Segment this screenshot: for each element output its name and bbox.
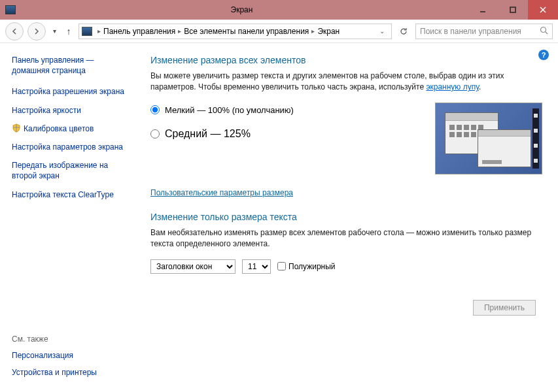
font-size-dropdown[interactable]: 11 — [242, 259, 271, 274]
toolbar: ▾ ↑ ▸ Панель управления ▸ Все элементы п… — [0, 20, 558, 43]
app-icon — [5, 5, 16, 14]
breadcrumb[interactable]: ▸ Панель управления ▸ Все элементы панел… — [78, 24, 392, 39]
location-icon — [82, 27, 92, 36]
close-button[interactable] — [528, 0, 558, 20]
window-title: Экран — [16, 5, 468, 14]
svg-point-4 — [541, 27, 546, 32]
search-placeholder: Поиск в панели управления — [420, 27, 521, 36]
forward-button[interactable] — [27, 22, 46, 41]
sidebar-item-cleartype[interactable]: Настройка текста ClearType — [12, 189, 114, 200]
arrow-right-icon — [33, 27, 41, 35]
minimize-icon — [479, 6, 487, 14]
sidebar-item-brightness[interactable]: Настройка яркости — [12, 105, 81, 116]
arrow-left-icon — [10, 27, 18, 35]
search-icon — [540, 26, 548, 37]
custom-size-link[interactable]: Пользовательские параметры размера — [150, 188, 293, 197]
maximize-button[interactable] — [498, 0, 528, 20]
svg-line-5 — [546, 31, 548, 34]
up-button[interactable]: ↑ — [63, 26, 75, 37]
search-input[interactable]: Поиск в панели управления — [415, 24, 553, 39]
maximize-icon — [509, 6, 517, 14]
sidebar-item-params[interactable]: Настройка параметров экрана — [12, 142, 123, 152]
refresh-icon — [399, 27, 408, 36]
chevron-down-icon[interactable]: ⌄ — [375, 27, 389, 35]
description-2: Вам необязательно изменять размер всех э… — [150, 227, 542, 250]
radio-medium-input[interactable] — [150, 129, 160, 139]
sidebar-item-resolution[interactable]: Настройка разрешения экрана — [12, 86, 124, 97]
radio-small-input[interactable] — [150, 105, 160, 114]
breadcrumb-leaf[interactable]: Экран — [317, 27, 340, 36]
back-button[interactable] — [5, 22, 24, 41]
refresh-button[interactable] — [396, 24, 411, 39]
sidebar: Панель управления — домашняя страница На… — [0, 43, 141, 392]
related-heading: См. также — [12, 335, 133, 344]
svg-rect-1 — [510, 7, 515, 12]
related-devices[interactable]: Устройства и принтеры — [12, 367, 133, 378]
shield-icon — [12, 123, 21, 133]
breadcrumb-mid[interactable]: Все элементы панели управления — [184, 27, 309, 36]
magnifier-link[interactable]: экранную лупу — [426, 82, 479, 91]
heading-resize-all: Изменение размера всех элементов — [150, 55, 542, 65]
radio-small[interactable]: Мелкий — 100% (по умолчанию) — [150, 105, 294, 115]
bold-checkbox[interactable] — [277, 262, 286, 270]
help-icon[interactable]: ? — [538, 50, 549, 60]
chevron-right-icon: ▸ — [95, 27, 103, 35]
description-1: Вы можете увеличить размер текста и друг… — [150, 71, 542, 93]
heading-text-only: Изменение только размера текста — [150, 212, 542, 222]
main-content: Изменение размера всех элементов Вы може… — [141, 43, 558, 392]
related-personalization[interactable]: Персонализация — [12, 350, 133, 361]
chevron-right-icon: ▸ — [175, 27, 184, 35]
minimize-button[interactable] — [468, 0, 498, 20]
sidebar-item-calibrate[interactable]: Калибровка цветов — [24, 123, 94, 134]
breadcrumb-root[interactable]: Панель управления — [103, 27, 175, 36]
radio-medium[interactable]: Средний — 125% — [150, 128, 294, 140]
title-bar: Экран — [0, 0, 558, 20]
preview-image — [435, 103, 542, 174]
close-icon — [539, 6, 547, 14]
history-dropdown[interactable]: ▾ — [50, 27, 59, 35]
element-dropdown[interactable]: Заголовки окон — [150, 259, 235, 274]
sidebar-home[interactable]: Панель управления — домашняя страница — [12, 55, 133, 76]
sidebar-item-project[interactable]: Передать изображение на второй экран — [12, 160, 133, 181]
bold-checkbox-wrap[interactable]: Полужирный — [277, 262, 336, 271]
apply-button[interactable]: Применить — [473, 300, 536, 316]
chevron-right-icon: ▸ — [309, 27, 317, 35]
size-radio-group: Мелкий — 100% (по умолчанию) Средний — 1… — [150, 103, 294, 153]
